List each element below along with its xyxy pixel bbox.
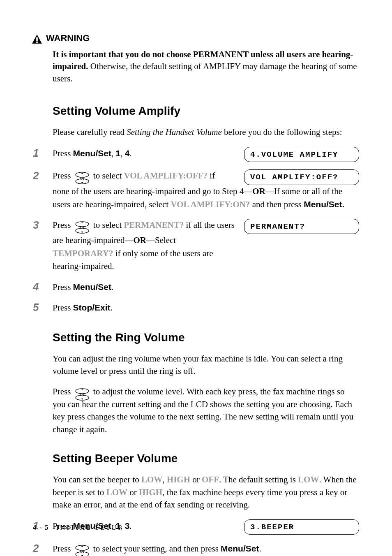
step-number: 3	[33, 219, 53, 231]
warning-icon	[31, 34, 43, 44]
warning-label: WARNING	[46, 33, 90, 44]
page-number: 4 - 5	[33, 524, 49, 531]
page-content: WARNING It is important that you do not …	[0, 0, 392, 556]
warning-header: WARNING	[31, 33, 359, 44]
beeper-step-2: 2 Press to select your setting, and then…	[33, 542, 359, 556]
ring-p2: Press to adjust the volume level. With e…	[53, 385, 359, 436]
beeper-p1: You can set the beeper to LOW, HIGH or O…	[53, 473, 359, 511]
amplify-heading: Setting Volume Amplify	[53, 104, 359, 118]
ring-p1: You can adjust the ring volume when your…	[53, 352, 359, 378]
beeper-heading: Setting Beeper Volume	[53, 452, 359, 465]
step-text: Press to select PERMANENT? if all the us…	[53, 219, 237, 232]
step-text: Press Stop/Exit.	[53, 301, 359, 315]
up-down-or-icon	[75, 388, 90, 401]
up-down-or-icon	[75, 221, 90, 234]
step-text: Press to select your setting, and then p…	[53, 542, 359, 556]
ring-heading: Setting the Ring Volume	[53, 331, 359, 344]
chapter-title: INITIAL SETUP	[56, 524, 123, 531]
amplify-step-5: 5 Press Stop/Exit.	[33, 301, 359, 315]
amplify-step-3: 3 Press to select PERMANENT? if all the …	[33, 219, 359, 273]
lcd-display: PERMANENT?	[244, 219, 359, 234]
amplify-step-1: 1 Press Menu/Set, 1, 4. 4.VOLUME AMPLIFY	[33, 147, 359, 162]
up-down-or-icon	[75, 172, 90, 184]
step-number: 2	[33, 169, 53, 181]
up-down-or-icon	[75, 545, 90, 556]
amplify-step-4: 4 Press Menu/Set.	[33, 280, 359, 294]
lcd-display: 3.BEEPER	[244, 519, 359, 535]
step-text: Press Menu/Set.	[53, 280, 359, 294]
amplify-intro: Please carefully read Setting the Handse…	[53, 126, 359, 138]
step-number: 4	[33, 280, 53, 292]
warning-body: It is important that you do not choose P…	[53, 49, 359, 85]
step-number: 2	[33, 542, 53, 554]
step-text: Press to select VOL AMPLIFY:OFF? if	[53, 169, 237, 183]
step-number: 5	[33, 301, 53, 313]
lcd-display: VOL AMPLIFY:OFF?	[244, 169, 359, 185]
amplify-step-2: 2 Press to select VOL AMPLIFY:OFF? if VO…	[33, 169, 359, 211]
warning-text: Otherwise, the default setting of AMPLIF…	[53, 61, 357, 83]
lcd-display: 4.VOLUME AMPLIFY	[244, 147, 359, 162]
step-number: 1	[33, 147, 53, 159]
step-text: Press Menu/Set, 1, 4.	[53, 147, 237, 160]
page-footer: 4 - 5INITIAL SETUP	[33, 524, 123, 531]
